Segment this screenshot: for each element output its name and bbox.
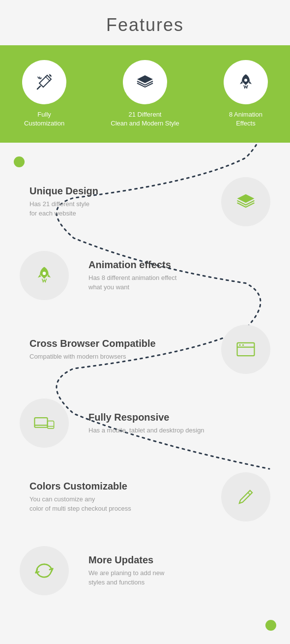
banner-item-animation: 8 AnimationEffects xyxy=(224,60,268,128)
feature-row-unique-design: Unique Design Has 21 different stylefor … xyxy=(0,153,290,236)
feature-circle-animation xyxy=(20,251,69,300)
feature-row-responsive: Fully Responsive Has a mobile, tablet an… xyxy=(0,384,290,458)
banner-circle-customization xyxy=(22,60,66,104)
green-banner: FullyCustomization 21 DifferentClean and… xyxy=(0,45,290,143)
tools-icon xyxy=(33,71,55,93)
layers-icon-green xyxy=(234,190,258,214)
feature-row-updates: More Updates We are planing to add newst… xyxy=(0,531,290,615)
feature-text-responsive: Fully Responsive Has a mobile, tablet an… xyxy=(79,412,270,435)
feature-desc-colors: You can customize anycolor of multi step… xyxy=(29,494,202,514)
rocket-icon-green xyxy=(32,264,56,287)
svg-point-3 xyxy=(244,79,247,82)
svg-point-8 xyxy=(239,344,240,346)
svg-point-9 xyxy=(242,344,244,346)
feature-row-browser: Cross Browser Compatible Compatible with… xyxy=(0,310,290,384)
browser-icon-green xyxy=(234,337,258,361)
feature-row-animation: Animation effects Has 8 different animat… xyxy=(0,236,290,310)
svg-point-5 xyxy=(43,272,46,276)
feature-text-animation: Animation effects Has 8 different animat… xyxy=(79,259,270,292)
banner-label-styles: 21 DifferentClean and Modern Style xyxy=(111,110,179,128)
svg-line-14 xyxy=(248,493,250,495)
feature-text-updates: More Updates We are planing to add newst… xyxy=(79,554,270,587)
feature-title-colors: Colors Customizable xyxy=(29,481,202,492)
layers-icon xyxy=(134,71,156,93)
feature-circle-updates xyxy=(20,546,69,595)
banner-circle-animation xyxy=(224,60,268,104)
banner-item-styles: 21 DifferentClean and Modern Style xyxy=(111,60,179,128)
feature-circle-browser xyxy=(221,325,270,374)
svg-rect-10 xyxy=(34,418,47,428)
page-title: Features xyxy=(0,15,290,35)
responsive-icon-green xyxy=(32,411,56,435)
feature-title-updates: More Updates xyxy=(88,554,261,566)
timeline-end-dot xyxy=(265,620,276,631)
feature-circle-colors xyxy=(221,472,270,521)
feature-circle-responsive xyxy=(20,399,69,448)
feature-desc-animation: Has 8 different animation effectwhat you… xyxy=(88,273,261,292)
svg-line-0 xyxy=(37,86,40,89)
svg-rect-12 xyxy=(48,421,54,429)
feature-desc-unique-design: Has 21 different stylefor each website xyxy=(29,199,202,218)
feature-title-browser: Cross Browser Compatible xyxy=(29,338,202,349)
banner-label-animation: 8 AnimationEffects xyxy=(229,110,262,128)
feature-text-browser: Cross Browser Compatible Compatible with… xyxy=(20,338,211,362)
feature-title-animation: Animation effects xyxy=(88,259,261,271)
feature-desc-updates: We are planing to add newstyles and func… xyxy=(88,568,261,587)
feature-desc-browser: Compatible with modern browsers xyxy=(29,352,202,362)
feature-title-responsive: Fully Responsive xyxy=(88,412,261,423)
banner-label-customization: FullyCustomization xyxy=(24,110,64,128)
refresh-icon-green xyxy=(32,559,56,583)
feature-title-unique-design: Unique Design xyxy=(29,185,202,197)
feature-circle-unique-design xyxy=(221,177,270,226)
rocket-icon xyxy=(235,71,257,93)
feature-row-colors: Colors Customizable You can customize an… xyxy=(0,458,290,531)
banner-item-customization: FullyCustomization xyxy=(22,60,66,128)
feature-text-colors: Colors Customizable You can customize an… xyxy=(20,481,211,514)
palette-icon-green xyxy=(234,485,258,509)
banner-circle-styles xyxy=(123,60,167,104)
feature-text-unique-design: Unique Design Has 21 different stylefor … xyxy=(20,185,211,218)
feature-desc-responsive: Has a mobile, tablet and desktrop design xyxy=(88,426,261,435)
timeline-section: Unique Design Has 21 different stylefor … xyxy=(0,143,290,644)
